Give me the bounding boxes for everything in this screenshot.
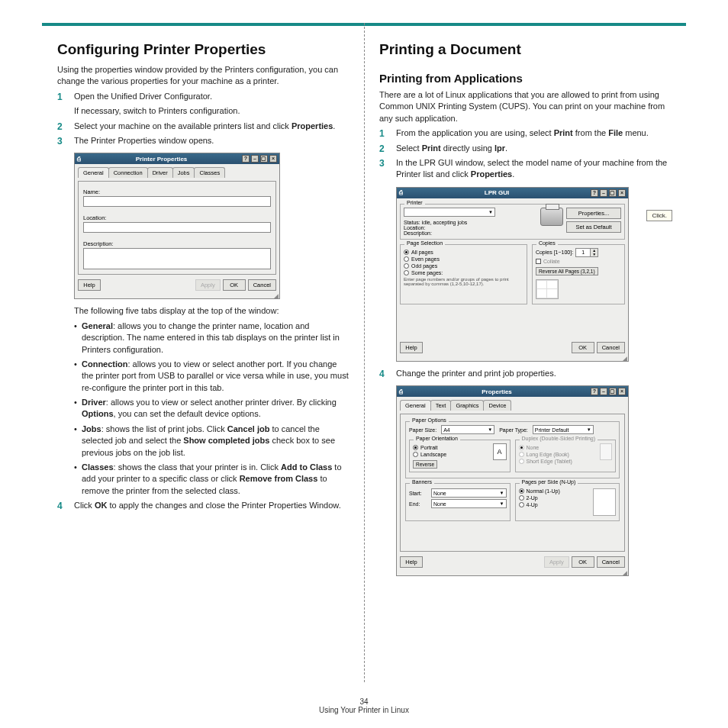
desc-jobs: Jobs: shows the list of print jobs. Clic… [74,424,349,459]
help-button[interactable]: Help [78,279,101,291]
close-icon[interactable]: × [269,155,277,163]
tab-text[interactable]: Text [430,400,452,411]
ok-button[interactable]: OK [572,556,594,568]
desc-connection: Connection: allows you to view or select… [74,359,349,394]
radio-odd[interactable]: Odd pages [404,263,523,269]
printer-combo[interactable]: ▼ [404,208,495,217]
reverse-check[interactable]: Reverse All Pages (3,2,1) [536,267,598,275]
collate-preview-icon [536,279,559,299]
help-button-icon[interactable]: ? [591,388,598,395]
maximize-icon[interactable]: ▢ [260,155,268,163]
tab-graphics[interactable]: Graphics [450,400,484,411]
heading-printing-doc: Printing a Document [379,41,671,58]
end-label: End: [409,501,429,507]
page-selection-group: Page Selection All pages Even pages Odd … [400,244,527,304]
radio-1up[interactable]: Normal (1-Up) [519,488,591,494]
radio-portrait[interactable]: Portrait [413,445,490,450]
step2-properties: Properties [292,121,333,130]
location-input[interactable] [83,222,271,233]
cancel-button[interactable]: Cancel [597,556,625,568]
radio-even[interactable]: Even pages [404,256,523,262]
minimize-icon[interactable]: – [600,388,607,395]
radio-short-edge[interactable]: Short Edge (Tablet) [519,459,598,464]
close-icon[interactable]: × [618,388,626,395]
location-row: Location: [404,225,537,230]
ok-button[interactable]: OK [572,342,594,353]
start-combo[interactable]: None▼ [431,488,507,498]
copies-spinner[interactable]: 1▲▼ [575,248,598,257]
cancel-button[interactable]: Cancel [248,279,276,291]
tab-general[interactable]: General [400,400,431,411]
radio-some[interactable]: Some pages: [404,270,523,275]
page-number: 34 [0,697,728,706]
steps-left: 1Open the Unified Driver Configurator. [57,91,349,102]
resize-grip[interactable]: ◢ [397,571,628,575]
step3-text: The Printer Properties window opens. [74,136,214,145]
help-button-icon[interactable]: ? [242,155,250,163]
step2-part-a: Select your machine on the available pri… [74,121,292,130]
radio-none[interactable]: None [519,445,598,450]
ok-button[interactable]: OK [223,279,246,291]
tab-general[interactable]: General [78,167,109,178]
maximize-icon[interactable]: ▢ [609,388,617,395]
radio-4up[interactable]: 4-Up [519,502,591,507]
tab-panel: Name: Location: Description: [78,181,276,275]
options-bold: Options [82,409,114,418]
close-icon[interactable]: × [618,189,626,197]
help-button[interactable]: Help [400,342,423,353]
banners-group: Banners Start: None▼ End: None▼ [405,483,511,521]
heading-printing-apps: Printing from Applications [379,72,671,85]
click-callout: Click. [646,210,672,221]
cancel-button[interactable]: Cancel [597,342,625,353]
end-combo[interactable]: None▼ [431,499,507,508]
nup-group: Pages per Side (N-Up) Normal (1-Up) 2-Up… [515,483,620,521]
paper-type-combo[interactable]: Printer Default▼ [533,425,594,434]
window-title: Printer Properties [136,156,188,163]
maximize-icon[interactable]: ▢ [609,189,617,197]
set-default-button[interactable]: Set as Default [566,221,621,233]
radio-2up[interactable]: 2-Up [519,495,591,501]
tab-descriptions: General: allows you to change the printe… [74,321,349,497]
collate-check[interactable]: Collate [536,259,621,264]
rstep1: 1 From the application you are using, se… [379,127,671,139]
intro-left: Using the properties window provided by … [57,64,349,88]
name-input[interactable] [83,196,271,207]
titlebar: ⎙ Printer Properties ? – ▢ × [75,153,279,164]
label-connection: Connection [82,359,128,369]
help-button[interactable]: Help [400,556,423,568]
rstep2: 2 Select Print directly using lpr. [379,143,671,154]
apply-button[interactable]: Apply [195,279,221,291]
help-button-icon[interactable]: ? [591,189,598,197]
step3: 3The Printer Properties window opens. [57,135,349,147]
printer-group: Printer ▼ Status: idle, accepting jobs L… [400,204,625,240]
minimize-icon[interactable]: – [600,189,607,197]
tab-row: General Connection Driver Jobs Classes [78,167,276,178]
minimize-icon[interactable]: – [251,155,259,163]
window-title: LPR GUI [485,189,509,196]
resize-grip[interactable]: ◢ [75,294,279,298]
tab-driver[interactable]: Driver [147,167,173,178]
lpr-gui-window: ⎙ LPR GUI ? – ▢ × Printer ▼ [396,187,629,362]
properties-button[interactable]: Properties... [566,208,621,219]
name-label: Name: [83,188,271,195]
description-input[interactable] [83,248,271,269]
reverse-orientation[interactable]: Reverse [413,460,437,469]
step1-sub: If necessary, switch to Printers configu… [57,105,349,117]
radio-all[interactable]: All pages [404,250,523,255]
intro-right: There are a lot of Linux applications th… [379,89,671,124]
tab-connection[interactable]: Connection [108,167,148,178]
apply-button[interactable]: Apply [544,556,569,568]
orientation-preview-icon: A [493,443,507,460]
duplex-group: Duplex (Double-Sided Printing) None Long… [515,440,617,472]
section-title: Using Your Printer in Linux [0,706,728,714]
status-row: Status: idle, accepting jobs [404,220,537,225]
radio-landscape[interactable]: Landscape [413,452,490,457]
tab-jobs[interactable]: Jobs [172,167,195,178]
radio-long-edge[interactable]: Long Edge (Book) [519,452,598,457]
paper-size-combo[interactable]: A4▼ [441,425,494,434]
resize-grip[interactable]: ◢ [397,356,628,361]
tab-classes[interactable]: Classes [194,167,225,178]
step2: 2 Select your machine on the available p… [57,121,349,132]
label-general: General [82,321,113,330]
tab-device[interactable]: Device [483,400,511,411]
